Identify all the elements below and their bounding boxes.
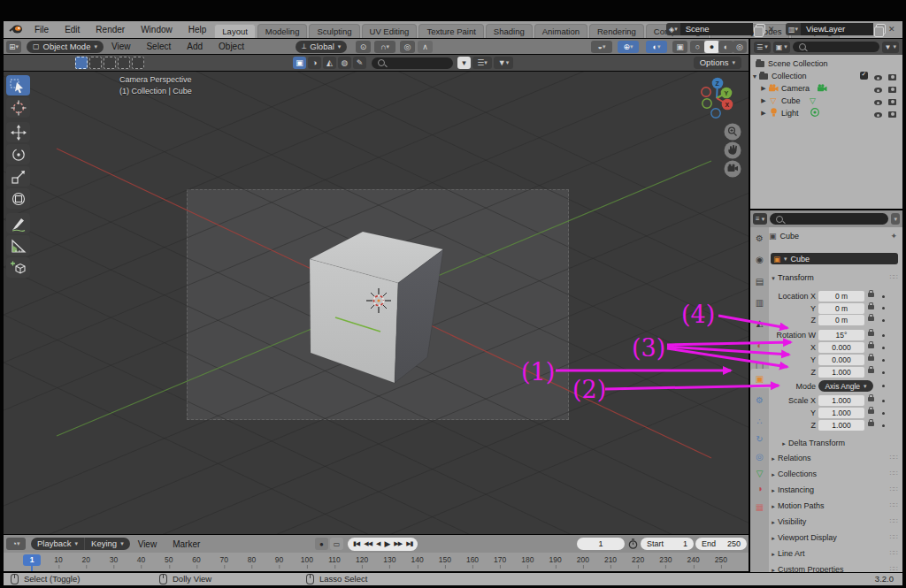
play-button[interactable]: ▶ bbox=[384, 539, 389, 548]
keying-menu[interactable]: Keying▾ bbox=[84, 538, 130, 550]
animate-dot[interactable] bbox=[882, 334, 885, 337]
timeline-view-menu[interactable]: View bbox=[130, 539, 165, 549]
ruler-number[interactable]: 70 bbox=[219, 555, 227, 564]
lock-icon[interactable] bbox=[868, 422, 874, 426]
collection-expand-icon[interactable]: ▼ bbox=[750, 73, 759, 80]
animate-dot[interactable] bbox=[882, 371, 885, 374]
section-collections[interactable]: ▸Collections∷∷ bbox=[769, 470, 902, 478]
ruler-number[interactable]: 250 bbox=[715, 555, 727, 564]
scale-z-field[interactable]: 1.000 bbox=[818, 420, 864, 431]
pin-icon[interactable]: ✦ bbox=[890, 232, 897, 241]
ruler-number[interactable]: 110 bbox=[328, 555, 341, 564]
animate-dot[interactable] bbox=[882, 385, 885, 387]
animate-dot[interactable] bbox=[882, 307, 885, 309]
scene-name-field[interactable]: Scene bbox=[680, 23, 753, 35]
brush-icon[interactable]: ✎ bbox=[353, 57, 366, 69]
viewport-3d[interactable]: Camera Perspective (1) Collection | Cube bbox=[4, 72, 749, 534]
timeline-marker-menu[interactable]: Marker bbox=[165, 539, 208, 549]
new-viewlayer-icon[interactable] bbox=[876, 24, 886, 34]
ruler-number[interactable]: 40 bbox=[137, 555, 145, 564]
tab-animation[interactable]: Animation bbox=[534, 24, 587, 38]
current-frame-field[interactable]: 1 bbox=[577, 538, 625, 550]
snap-target-icon[interactable]: ◭ bbox=[323, 57, 336, 69]
tab-constraint-properties[interactable]: ◎ bbox=[750, 448, 769, 464]
menu-object[interactable]: Object bbox=[211, 42, 252, 51]
rotation-mode-dropdown[interactable]: Axis Angle▾ bbox=[818, 380, 873, 392]
viewlayer-name-field[interactable]: ViewLayer bbox=[801, 23, 873, 35]
tab-texture-properties[interactable]: ▦ bbox=[750, 499, 769, 515]
close-scene-icon[interactable]: ✕ bbox=[765, 25, 778, 34]
shading-solid-icon[interactable]: ● bbox=[704, 41, 719, 53]
next-keyframe-button[interactable]: ▶▶ bbox=[394, 540, 402, 547]
ruler-number[interactable]: 210 bbox=[604, 555, 617, 564]
location-z-field[interactable]: 0 m bbox=[818, 315, 864, 325]
jump-to-start-button[interactable]: ▮◀ bbox=[353, 540, 359, 547]
tab-output-properties[interactable]: ▤ bbox=[750, 273, 769, 289]
zoom-button[interactable] bbox=[725, 124, 741, 141]
tab-world-properties[interactable]: ◐ bbox=[750, 337, 769, 353]
active-tool-icon[interactable]: ▣ bbox=[293, 57, 306, 69]
ruler-number[interactable]: 220 bbox=[632, 555, 644, 564]
lock-icon[interactable] bbox=[868, 356, 874, 361]
tab-sculpting[interactable]: Sculpting bbox=[309, 24, 359, 38]
lock-icon[interactable] bbox=[868, 305, 874, 309]
menu-help[interactable]: Help bbox=[180, 25, 215, 34]
lock-icon[interactable] bbox=[868, 344, 874, 348]
collection-checkbox[interactable] bbox=[860, 72, 868, 81]
outliner-search-input[interactable] bbox=[793, 42, 879, 52]
rotation-x-field[interactable]: 0.000 bbox=[818, 342, 864, 353]
outliner-filter-id-icon[interactable]: ▣▾ bbox=[773, 42, 790, 53]
tool-select-box[interactable] bbox=[6, 75, 30, 95]
ruler-number[interactable]: 200 bbox=[577, 555, 589, 564]
rotation-w-field[interactable]: 15° bbox=[818, 330, 864, 340]
outliner-row-camera[interactable]: ▶ Camera bbox=[750, 82, 902, 95]
ruler-number[interactable]: 150 bbox=[439, 555, 451, 564]
snap-magnet-icon[interactable]: ∩▾ bbox=[374, 41, 395, 53]
frame-start-field[interactable]: Start1 bbox=[641, 538, 694, 550]
animate-dot[interactable] bbox=[882, 295, 885, 298]
ruler-number[interactable]: 90 bbox=[275, 555, 283, 564]
list-dropdown-icon[interactable]: ☰▾ bbox=[472, 57, 492, 69]
location-y-field[interactable]: 0 m bbox=[818, 303, 864, 314]
cube-render-icon[interactable] bbox=[888, 98, 896, 107]
section-visibility[interactable]: ▸Visibility∷∷ bbox=[769, 517, 902, 526]
select-mode-extend-icon[interactable] bbox=[89, 57, 102, 69]
cube-hide-icon[interactable] bbox=[874, 98, 882, 107]
ruler-number[interactable]: 190 bbox=[549, 555, 562, 564]
select-mode-intersect-icon[interactable] bbox=[132, 57, 144, 69]
gizmo-minus-x-axis[interactable] bbox=[702, 88, 710, 96]
tool-search-input[interactable] bbox=[372, 57, 453, 69]
tab-tool-properties[interactable]: ⚙ bbox=[750, 230, 769, 246]
ruler-number[interactable]: 20 bbox=[81, 555, 89, 564]
menu-add[interactable]: Add bbox=[179, 42, 211, 51]
tab-modeling[interactable]: Modeling bbox=[257, 24, 308, 38]
close-viewlayer-icon[interactable]: ✕ bbox=[886, 25, 898, 34]
playback-menu[interactable]: Playback▾ bbox=[31, 538, 84, 550]
ruler-number[interactable]: 120 bbox=[356, 555, 368, 564]
properties-editor-type-icon[interactable]: ≡▾ bbox=[753, 213, 767, 225]
tool-annotate[interactable] bbox=[6, 213, 30, 233]
outliner-row-cube[interactable]: ▶ ▽ Cube ▽ bbox=[750, 95, 902, 107]
object-mode-dropdown[interactable]: ▢Object Mode▾ bbox=[27, 41, 104, 53]
viewlayer-icon[interactable]: ▥▾ bbox=[786, 23, 801, 35]
tab-texture-paint[interactable]: Texture Paint bbox=[418, 24, 483, 38]
timeline-ruler[interactable]: 1020304050607080901001101201301401501601… bbox=[4, 553, 749, 571]
select-mode-new-icon[interactable] bbox=[75, 57, 88, 69]
tool-measure[interactable] bbox=[6, 235, 30, 256]
camera-hide-icon[interactable] bbox=[874, 86, 882, 95]
menu-select[interactable]: Select bbox=[138, 42, 179, 51]
ruler-number[interactable]: 140 bbox=[411, 555, 424, 564]
ruler-number[interactable]: 160 bbox=[466, 555, 479, 564]
tab-uv-editing[interactable]: UV Editing bbox=[362, 24, 418, 38]
menu-render[interactable]: Render bbox=[88, 25, 133, 34]
tool-move[interactable] bbox=[6, 122, 30, 142]
section-motion-paths[interactable]: ▸Motion Paths∷∷ bbox=[769, 501, 902, 510]
record-button[interactable]: ● bbox=[315, 538, 328, 550]
animate-dot[interactable] bbox=[882, 412, 885, 415]
breadcrumb-object[interactable]: Cube bbox=[780, 232, 800, 241]
menu-edit[interactable]: Edit bbox=[57, 25, 88, 34]
ruler-number[interactable]: 170 bbox=[494, 555, 506, 564]
tool-add-cube[interactable] bbox=[6, 257, 30, 278]
ruler-number[interactable]: 60 bbox=[192, 555, 200, 564]
tab-material-properties[interactable]: ◑ bbox=[750, 480, 769, 496]
